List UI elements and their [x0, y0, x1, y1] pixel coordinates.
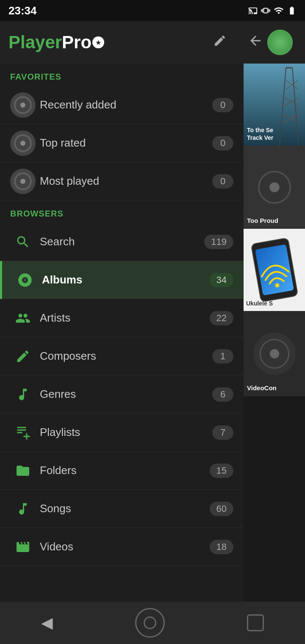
search-label: Search — [40, 235, 204, 248]
menu-item-top-rated[interactable]: Top rated 0 — [0, 124, 244, 162]
browsers-header: BROWSERS — [0, 200, 244, 223]
vinyl-center — [20, 103, 25, 108]
menu-item-playlists[interactable]: Playlists 7 — [0, 414, 244, 452]
vinyl-icon-recently-added — [10, 92, 36, 118]
logo-pro-text: Pro — [62, 32, 92, 53]
drawer: Player Pro ★ FAVORITES Recently added 0 — [0, 21, 244, 602]
card1-label: To the Se Track Ver — [247, 126, 273, 142]
menu-item-folders[interactable]: Folders 15 — [0, 452, 244, 490]
home-nav-button[interactable] — [135, 608, 165, 638]
menu-item-most-played[interactable]: Most played 0 — [0, 162, 244, 200]
right-panel-header — [244, 21, 305, 64]
logo-player-text: Player — [8, 32, 62, 53]
playlists-label: Playlists — [40, 426, 212, 439]
search-badge: 119 — [204, 235, 233, 249]
card2-label: Too Proud — [247, 217, 278, 224]
card3-label: Ukulele S — [246, 300, 273, 307]
videos-icon — [10, 539, 36, 555]
card-videocon[interactable]: VideoCon — [244, 311, 305, 396]
vinyl-center-dot2 — [270, 349, 279, 358]
avatar — [267, 30, 293, 55]
albums-badge: 34 — [210, 273, 233, 287]
recently-added-label: Recently added — [40, 98, 212, 111]
card4-label: VideoCon — [247, 384, 277, 391]
composers-icon — [10, 349, 36, 364]
most-played-badge: 0 — [212, 174, 233, 189]
genres-icon — [10, 387, 36, 402]
videos-label: Videos — [40, 540, 210, 553]
app-header: Player Pro ★ — [0, 21, 244, 64]
vinyl-center-dot — [270, 183, 279, 192]
artists-badge: 22 — [210, 311, 233, 325]
card-ukulele[interactable]: Ukulele S — [244, 229, 305, 311]
battery-icon — [287, 6, 297, 15]
menu-item-recently-added[interactable]: Recently added 0 — [0, 86, 244, 124]
edit-button[interactable] — [213, 33, 227, 51]
vinyl-disc-large — [251, 164, 298, 211]
status-icons — [248, 6, 297, 16]
search-icon — [10, 234, 36, 250]
menu-item-songs[interactable]: Songs 60 — [0, 490, 244, 528]
logo: Player Pro ★ — [8, 32, 213, 53]
songs-icon — [10, 501, 36, 516]
playlists-icon — [10, 425, 36, 440]
back-button[interactable] — [248, 33, 263, 52]
recent-apps-button[interactable] — [247, 614, 264, 631]
songs-badge: 60 — [210, 502, 233, 516]
menu-item-videos[interactable]: Videos 18 — [0, 528, 244, 566]
wifi-icon — [274, 6, 284, 16]
playlists-badge: 7 — [212, 425, 233, 440]
svg-point-10 — [274, 283, 280, 288]
cast-icon — [248, 6, 258, 15]
home-nav-inner — [144, 616, 156, 629]
bottom-nav: ◀ — [0, 602, 305, 644]
top-rated-label: Top rated — [40, 136, 212, 150]
albums-label: Albums — [42, 273, 210, 286]
folders-icon — [10, 463, 36, 478]
vinyl-icon-top-rated — [10, 130, 36, 156]
recently-added-badge: 0 — [212, 98, 233, 112]
songs-label: Songs — [40, 502, 210, 515]
vibrate-icon — [261, 6, 270, 15]
wifi-waves-svg — [255, 244, 294, 295]
folders-label: Folders — [40, 464, 210, 477]
most-played-label: Most played — [40, 175, 212, 188]
menu-item-artists[interactable]: Artists 22 — [0, 299, 244, 337]
composers-badge: 1 — [212, 349, 233, 364]
albums-icon — [12, 272, 38, 288]
back-nav-button[interactable]: ◀ — [41, 614, 53, 632]
genres-badge: 6 — [212, 387, 233, 402]
menu-item-albums[interactable]: Albums 34 — [0, 261, 244, 299]
menu-item-composers[interactable]: Composers 1 — [0, 337, 244, 375]
status-bar: 23:34 — [0, 0, 305, 21]
vinyl-center — [20, 179, 25, 184]
vinyl-icon-most-played — [10, 169, 36, 194]
menu-item-search[interactable]: Search 119 — [0, 223, 244, 261]
main-container: Player Pro ★ FAVORITES Recently added 0 — [0, 21, 305, 602]
phone-device-image — [250, 237, 298, 303]
status-time: 23:34 — [8, 4, 37, 17]
artists-label: Artists — [40, 311, 210, 325]
right-panel: To the Se Track Ver Too Proud — [244, 21, 305, 602]
menu-item-genres[interactable]: Genres 6 — [0, 375, 244, 414]
vinyl-disc-large2 — [253, 333, 296, 375]
folders-badge: 15 — [210, 464, 233, 478]
favorites-header: FAVORITES — [0, 64, 244, 86]
videos-badge: 18 — [210, 540, 233, 554]
genres-label: Genres — [40, 388, 212, 401]
top-rated-badge: 0 — [212, 136, 233, 150]
card-too-proud[interactable]: Too Proud — [244, 146, 305, 229]
artists-icon — [10, 311, 36, 326]
card-to-the-sea[interactable]: To the Se Track Ver — [244, 64, 305, 146]
logo-star-icon: ★ — [92, 36, 104, 48]
phone-screen — [255, 244, 294, 295]
composers-label: Composers — [40, 350, 212, 363]
vinyl-center — [20, 141, 25, 146]
